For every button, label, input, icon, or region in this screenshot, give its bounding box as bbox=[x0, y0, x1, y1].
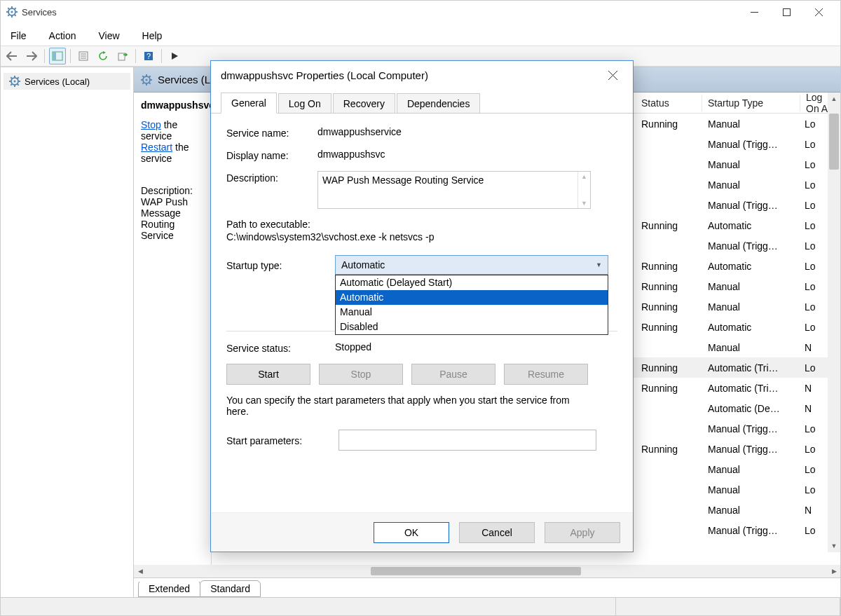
tab-general[interactable]: General bbox=[221, 93, 277, 114]
dropdown-item-disabled[interactable]: Disabled bbox=[336, 320, 608, 334]
start-service-icon[interactable] bbox=[166, 48, 183, 64]
detail-column: dmwappushsvc Stop the service Restart th… bbox=[134, 93, 211, 565]
resume-button[interactable]: Resume bbox=[504, 364, 588, 385]
refresh-icon[interactable] bbox=[95, 48, 111, 64]
dropdown-item-delayed[interactable]: Automatic (Delayed Start) bbox=[336, 275, 608, 290]
cell-startup: Automatic bbox=[702, 220, 800, 231]
properties-dialog: dmwappushsvc Properties (Local Computer)… bbox=[210, 60, 634, 552]
app-gear-icon bbox=[6, 6, 18, 18]
scroll-right-icon[interactable]: ▶ bbox=[828, 568, 840, 575]
menu-action[interactable]: Action bbox=[45, 29, 81, 43]
cell-startup: Manual (Trigg… bbox=[702, 200, 800, 211]
help-icon[interactable]: ? bbox=[140, 48, 157, 64]
tab-logon[interactable]: Log On bbox=[278, 93, 331, 114]
cell-startup: Manual (Trigg… bbox=[702, 423, 800, 434]
scroll-up-icon[interactable]: ▲ bbox=[828, 93, 840, 105]
cell-logon: Lo bbox=[800, 362, 821, 374]
menu-view[interactable]: View bbox=[94, 29, 123, 43]
menu-file[interactable]: File bbox=[6, 29, 31, 43]
tab-dependencies[interactable]: Dependencies bbox=[397, 93, 481, 114]
cell-logon: Lo bbox=[800, 525, 821, 536]
window-title: Services bbox=[22, 7, 738, 18]
cell-startup: Manual bbox=[702, 505, 800, 516]
cell-startup: Automatic bbox=[702, 261, 800, 272]
scroll-track[interactable] bbox=[146, 566, 828, 576]
dialog-tabs: General Log On Recovery Dependencies bbox=[211, 89, 633, 113]
titlebar: Services bbox=[1, 1, 840, 23]
tab-extended[interactable]: Extended bbox=[138, 580, 200, 597]
tab-standard[interactable]: Standard bbox=[200, 580, 261, 597]
tab-recovery[interactable]: Recovery bbox=[333, 93, 395, 114]
start-button[interactable]: Start bbox=[226, 364, 310, 385]
cell-status: Running bbox=[636, 261, 702, 272]
show-hide-tree-icon[interactable] bbox=[49, 48, 66, 64]
export-icon[interactable] bbox=[114, 48, 131, 64]
cell-logon: Lo bbox=[800, 464, 821, 475]
svg-text:?: ? bbox=[146, 52, 151, 60]
cell-startup: Manual bbox=[702, 342, 800, 353]
cell-logon: Lo bbox=[800, 240, 821, 252]
service-status-value: Stopped bbox=[335, 341, 617, 353]
description-text: WAP Push Message Routing Service bbox=[322, 174, 484, 186]
scroll-left-icon[interactable]: ◀ bbox=[134, 568, 146, 575]
cell-startup: Automatic (Tri… bbox=[702, 383, 800, 394]
cell-logon: Lo bbox=[800, 139, 821, 150]
scroll-down-icon[interactable]: ▼ bbox=[828, 540, 840, 552]
menubar: File Action View Help bbox=[1, 26, 840, 46]
pause-button[interactable]: Pause bbox=[411, 364, 495, 385]
stop-link[interactable]: Stop bbox=[141, 119, 161, 130]
cell-startup: Manual bbox=[702, 484, 800, 495]
stop-line: Stop the service bbox=[141, 119, 204, 142]
statusbar bbox=[1, 597, 840, 615]
vertical-scrollbar[interactable]: ▲ ▼ bbox=[828, 93, 840, 552]
stop-button[interactable]: Stop bbox=[319, 364, 403, 385]
minimize-button[interactable] bbox=[738, 1, 770, 22]
col-status[interactable]: Status bbox=[636, 95, 702, 111]
scroll-thumb-h[interactable] bbox=[371, 567, 581, 575]
gear-icon bbox=[9, 76, 20, 87]
startup-type-dropdown[interactable]: Automatic ▼ Automatic (Delayed Start) Au… bbox=[335, 255, 608, 275]
svg-rect-11 bbox=[783, 8, 790, 15]
restart-line: Restart the service bbox=[141, 142, 204, 164]
service-status-label: Service status: bbox=[226, 341, 335, 354]
dropdown-selected[interactable]: Automatic ▼ bbox=[335, 255, 608, 275]
service-name-value: dmwappushservice bbox=[317, 126, 617, 137]
ok-button[interactable]: OK bbox=[374, 522, 449, 543]
restart-link[interactable]: Restart bbox=[141, 142, 172, 153]
properties-icon[interactable] bbox=[75, 48, 92, 64]
cell-logon: Lo bbox=[800, 261, 821, 272]
cell-logon: Lo bbox=[800, 484, 821, 495]
dropdown-item-manual[interactable]: Manual bbox=[336, 305, 608, 320]
cell-status: Running bbox=[636, 444, 702, 455]
cell-status: Running bbox=[636, 301, 702, 313]
cancel-button[interactable]: Cancel bbox=[459, 522, 535, 543]
horizontal-scrollbar[interactable]: ◀ ▶ bbox=[134, 565, 840, 577]
cell-logon: Lo bbox=[800, 118, 821, 130]
description-box[interactable]: WAP Push Message Routing Service ▲▼ bbox=[317, 171, 591, 209]
dropdown-item-automatic[interactable]: Automatic bbox=[336, 290, 608, 305]
cell-logon: Lo bbox=[800, 301, 821, 313]
maximize-button[interactable] bbox=[770, 1, 802, 22]
menu-help[interactable]: Help bbox=[138, 29, 167, 43]
description-scroll[interactable]: ▲▼ bbox=[577, 172, 590, 208]
col-startup[interactable]: Startup Type bbox=[702, 95, 800, 111]
back-icon[interactable] bbox=[4, 48, 20, 64]
scroll-thumb[interactable] bbox=[829, 114, 839, 170]
apply-button[interactable]: Apply bbox=[545, 522, 620, 543]
cell-logon: N bbox=[800, 505, 821, 516]
cell-logon: Lo bbox=[800, 423, 821, 434]
tree-services-local[interactable]: Services (Local) bbox=[4, 73, 130, 90]
cell-status: Running bbox=[636, 383, 702, 394]
chevron-up-icon: ▲ bbox=[581, 173, 587, 180]
dialog-close-button[interactable] bbox=[602, 64, 623, 85]
dialog-body: Service name: dmwappushservice Display n… bbox=[211, 113, 633, 512]
dialog-titlebar: dmwappushsvc Properties (Local Computer) bbox=[211, 61, 633, 89]
service-control-buttons: Start Stop Pause Resume bbox=[226, 364, 617, 385]
forward-icon[interactable] bbox=[23, 48, 40, 64]
start-params-input[interactable] bbox=[339, 430, 596, 451]
window-controls bbox=[738, 1, 835, 22]
dialog-title: dmwappushsvc Properties (Local Computer) bbox=[221, 69, 602, 81]
close-button[interactable] bbox=[802, 1, 835, 22]
cell-startup: Manual bbox=[702, 118, 800, 130]
description-label: Description: bbox=[226, 171, 317, 184]
